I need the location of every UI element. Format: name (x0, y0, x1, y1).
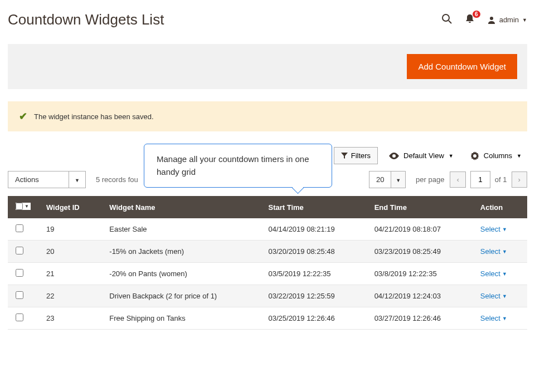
default-view-button[interactable]: Default View ▼ (383, 148, 459, 164)
cell-start-time: 04/14/2019 08:21:19 (260, 218, 366, 241)
pagination: ‹ of 1 › (450, 171, 527, 188)
action-bar: Add Countdown Widget (8, 44, 527, 89)
cell-widget-name: -15% on Jackets (men) (101, 241, 260, 263)
cell-end-time: 04/21/2019 08:18:07 (367, 218, 473, 241)
caret-down-icon[interactable]: ▼ (69, 171, 85, 188)
select-action[interactable]: Select ▼ (480, 247, 519, 256)
col-widget-name[interactable]: Widget Name (101, 196, 260, 218)
cell-widget-id: 19 (38, 218, 101, 241)
caret-down-icon: ▼ (502, 249, 507, 254)
cell-widget-name: -20% on Pants (women) (101, 263, 260, 285)
cell-widget-name: Driven Backpack (2 for price of 1) (101, 285, 260, 307)
row-checkbox[interactable] (16, 247, 23, 254)
page-title: Countdown Widgets List (8, 11, 164, 28)
per-page-selector[interactable]: 20 ▼ (369, 171, 406, 188)
cell-start-time: 03/5/2019 12:22:35 (260, 263, 366, 285)
svg-point-0 (442, 14, 449, 21)
select-all-header[interactable]: ▼ (8, 196, 38, 218)
caret-down-icon: ▼ (502, 293, 507, 299)
actions-dropdown[interactable]: Actions ▼ (8, 171, 86, 188)
row-checkbox[interactable] (16, 269, 23, 277)
cell-widget-id: 20 (38, 241, 101, 263)
select-action[interactable]: Select ▼ (480, 292, 519, 300)
caret-down-icon[interactable]: ▼ (391, 171, 406, 188)
success-message: ✔ The widget instance has been saved. (8, 101, 527, 131)
cell-widget-name: Easter Sale (101, 218, 260, 241)
notification-badge: 6 (473, 11, 480, 18)
grid-toolbar: Manage all your countdown timers in one … (8, 147, 527, 164)
row-checkbox[interactable] (16, 224, 23, 232)
caret-down-icon: ▼ (449, 153, 454, 159)
records-found: 5 records fou (96, 175, 138, 184)
user-menu[interactable]: admin ▼ (487, 16, 527, 24)
search-icon[interactable] (441, 13, 453, 26)
table-row[interactable]: 19 Easter Sale 04/14/2019 08:21:19 04/21… (8, 218, 527, 241)
svg-point-2 (490, 17, 493, 20)
widgets-table: ▼ Widget ID Widget Name Start Time End T… (8, 196, 527, 330)
table-row[interactable]: 22 Driven Backpack (2 for price of 1) 03… (8, 285, 527, 307)
cell-widget-name: Free Shipping on Tanks (101, 307, 260, 330)
prev-page-button[interactable]: ‹ (450, 171, 465, 188)
add-countdown-widget-button[interactable]: Add Countdown Widget (407, 54, 517, 79)
col-start-time[interactable]: Start Time (260, 196, 366, 218)
col-action: Action (473, 196, 527, 218)
cell-end-time: 04/12/2019 12:24:03 (367, 285, 473, 307)
success-text: The widget instance has been saved. (34, 112, 154, 121)
caret-down-icon: ▼ (502, 316, 507, 321)
next-page-button[interactable]: › (512, 171, 527, 188)
row-checkbox[interactable] (16, 291, 23, 299)
col-widget-id[interactable]: Widget ID (38, 196, 101, 218)
select-action[interactable]: Select ▼ (480, 270, 519, 278)
cell-end-time: 03/8/2019 12:22:35 (367, 263, 473, 285)
caret-down-icon: ▼ (502, 271, 507, 277)
top-bar: Countdown Widgets List 6 admin ▼ (8, 11, 527, 28)
select-action[interactable]: Select ▼ (480, 225, 519, 233)
row-checkbox[interactable] (16, 313, 23, 321)
columns-button[interactable]: Columns ▼ (465, 148, 527, 164)
svg-line-1 (449, 21, 451, 23)
col-end-time[interactable]: End Time (367, 196, 473, 218)
caret-down-icon[interactable]: ▼ (23, 204, 31, 209)
user-name: admin (499, 16, 519, 24)
table-row[interactable]: 20 -15% on Jackets (men) 03/20/2019 08:2… (8, 241, 527, 263)
cell-end-time: 03/23/2019 08:25:49 (367, 241, 473, 263)
cell-start-time: 03/25/2019 12:26:46 (260, 307, 366, 330)
caret-down-icon: ▼ (502, 227, 507, 232)
select-action[interactable]: Select ▼ (480, 314, 519, 322)
caret-down-icon: ▼ (517, 153, 522, 159)
table-row[interactable]: 21 -20% on Pants (women) 03/5/2019 12:22… (8, 263, 527, 285)
cell-end-time: 03/27/2019 12:26:46 (367, 307, 473, 330)
filters-button[interactable]: Filters (334, 147, 378, 164)
cell-start-time: 03/22/2019 12:25:59 (260, 285, 366, 307)
select-all-checkbox[interactable] (16, 203, 23, 210)
notifications-icon[interactable]: 6 (465, 14, 475, 26)
caret-down-icon: ▼ (522, 17, 527, 23)
cell-widget-id: 21 (38, 263, 101, 285)
cell-widget-id: 22 (38, 285, 101, 307)
cell-start-time: 03/20/2019 08:25:48 (260, 241, 366, 263)
page-input[interactable] (470, 171, 490, 188)
table-row[interactable]: 23 Free Shipping on Tanks 03/25/2019 12:… (8, 307, 527, 330)
tooltip: Manage all your countdown timers in one … (144, 144, 332, 188)
cell-widget-id: 23 (38, 307, 101, 330)
check-icon: ✔ (19, 110, 27, 122)
